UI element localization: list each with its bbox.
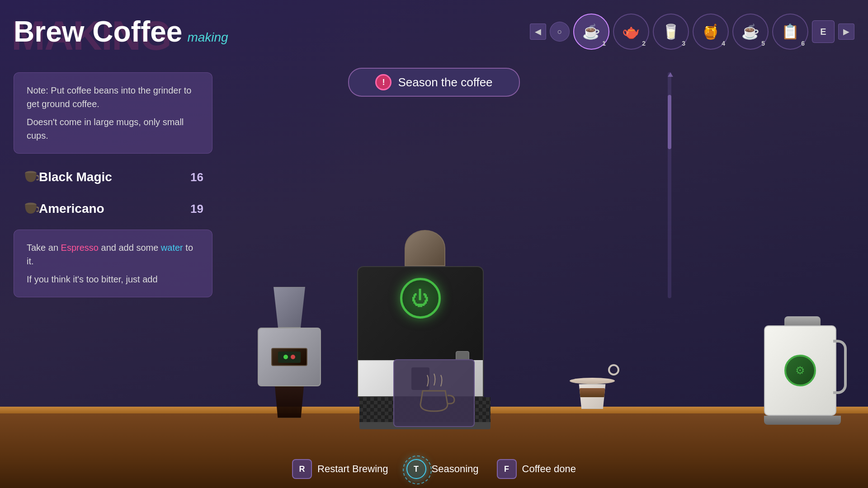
done-label: Coffee done (522, 463, 576, 475)
ingredient-slot-3[interactable]: 🥛 3 (653, 14, 689, 50)
page-subtitle: making (187, 30, 228, 45)
ingredient-num-6: 6 (801, 40, 805, 47)
ingredient-slot-1[interactable]: ☕ 1 (573, 14, 609, 50)
coffee-count-2: 19 (190, 202, 203, 216)
small-cup-saucer (570, 355, 615, 409)
nav-circle[interactable]: ○ (550, 22, 570, 42)
coffee-name-1: Black Magic (39, 170, 190, 184)
coffee-cup-icon-2 (23, 201, 39, 217)
info-text-1: Take an Espresso and add some water to i… (27, 241, 199, 268)
scroll-thumb[interactable] (668, 95, 671, 149)
nav-left-arrow[interactable]: ◀ (530, 23, 546, 40)
coffee-done-btn[interactable]: F Coffee done (497, 459, 576, 479)
recipe-card-art (407, 368, 461, 418)
blender-logo: ⚙ (795, 364, 805, 377)
coffee-name-2: Americano (39, 202, 190, 216)
season-icon: ! (375, 74, 392, 90)
ingredient-num-1: 1 (602, 40, 606, 47)
action-bar: R Restart Brewing T Seasoning F Coffee d… (292, 459, 576, 479)
info-text-2: If you think it's too bitter, just add (27, 272, 199, 286)
grinder-machine[interactable] (251, 287, 328, 418)
seasoning-btn[interactable]: T Seasoning (406, 459, 479, 479)
seasoning-label: Seasoning (432, 463, 479, 475)
espresso-highlight: Espresso (61, 243, 99, 253)
restart-key[interactable]: R (292, 459, 312, 479)
note-text-2: Doesn't come in large mugs, only small c… (27, 115, 199, 142)
ingredient-slot-2[interactable]: 🫖 2 (613, 14, 649, 50)
ingredient-icon-2: 🫖 (622, 23, 640, 40)
water-highlight: water (161, 243, 183, 253)
top-bar: Making Brew Coffee making ◀ ○ ☕ 1 🫖 2 🥛 … (0, 0, 868, 63)
ingredient-slot-6[interactable]: 📋 6 (772, 14, 808, 50)
coffee-count-1: 16 (190, 170, 203, 184)
done-key[interactable]: F (497, 459, 517, 479)
ingredient-num-5: 5 (761, 40, 765, 47)
coffee-item-black-magic[interactable]: Black Magic 16 (14, 163, 212, 192)
ingredient-icon-4: 🍯 (702, 23, 720, 40)
ingredient-num-3: 3 (682, 40, 685, 47)
ingredient-num-4: 4 (722, 40, 725, 47)
season-text: Season the coffee (398, 75, 492, 89)
note-box: Note: Put coffee beans into the grinder … (14, 72, 212, 154)
title-area: Making Brew Coffee making (14, 17, 228, 46)
ingredient-icon-6: 📋 (781, 23, 799, 40)
seasoning-key[interactable]: T (406, 459, 426, 479)
restart-label: Restart Brewing (317, 463, 388, 475)
recipe-card (393, 359, 475, 427)
ingredient-bar: ◀ ○ ☕ 1 🫖 2 🥛 3 🍯 4 ☕ 5 📋 6 E ▶ (530, 14, 854, 50)
ingredient-num-2: 2 (642, 40, 646, 47)
ingredient-icon-1: ☕ (582, 23, 600, 40)
note-text-1: Note: Put coffee beans into the grinder … (27, 84, 199, 111)
ingredient-icon-3: 🥛 (662, 23, 680, 40)
left-panel: Note: Put coffee beans into the grinder … (14, 72, 212, 297)
info-box: Take an Espresso and add some water to i… (14, 230, 212, 297)
coffee-cup-icon-1 (23, 169, 39, 185)
blender-kettle[interactable]: ⚙ (764, 316, 841, 425)
restart-brewing-btn[interactable]: R Restart Brewing (292, 459, 388, 479)
coffee-item-americano[interactable]: Americano 19 (14, 194, 212, 223)
scroll-bar[interactable] (668, 72, 671, 298)
nav-end-key[interactable]: E (812, 20, 835, 43)
nav-right-arrow[interactable]: ▶ (838, 23, 854, 40)
season-banner: ! Season the coffee (348, 68, 520, 97)
power-symbol: ⏻ (411, 288, 429, 309)
ingredient-icon-5: ☕ (741, 23, 760, 40)
ingredient-slot-4[interactable]: 🍯 4 (693, 14, 729, 50)
page-title: Brew Coffee (14, 17, 182, 46)
ingredient-slot-5[interactable]: ☕ 5 (732, 14, 769, 50)
scroll-arrow-up (668, 72, 673, 77)
